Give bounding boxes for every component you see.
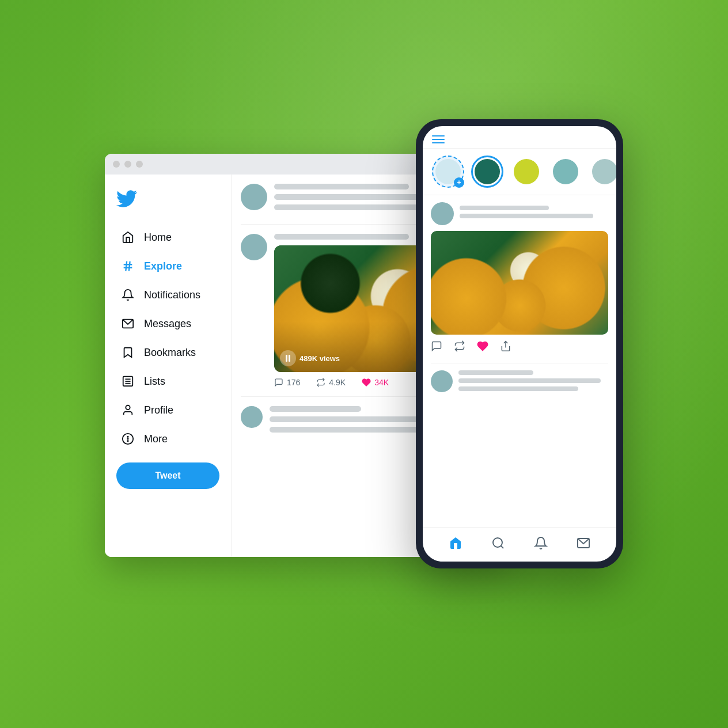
svg-rect-17 [286,355,287,362]
nav-label-explore: Explore [144,260,182,272]
heart-icon [362,378,371,387]
phone-feed [423,195,616,527]
phone-p2-text2 [458,386,578,391]
retweet-count: 4.9K [329,378,346,387]
svg-line-3 [129,261,130,271]
hamburger-line-2 [432,139,445,140]
twitter-bird-icon [116,188,137,209]
story-circle-3[interactable] [549,156,582,188]
phone-bottom-nav [423,527,616,562]
video-views: 489K views [299,354,340,363]
nav-item-profile[interactable]: Profile [109,396,226,424]
comment-action[interactable]: 176 [274,378,300,387]
phone-post-image [431,231,608,335]
story-circle-2[interactable] [510,156,543,188]
phone-screen [423,126,616,562]
story-circle-4[interactable] [589,156,616,188]
nav-label-lists: Lists [144,376,165,388]
hamburger-menu-icon[interactable] [432,135,445,143]
video-overlay: 489K views [280,350,340,366]
phone-comment-icon[interactable] [431,340,442,355]
window-dot-3 [136,161,143,168]
hamburger-line-1 [432,135,445,136]
pause-button[interactable] [280,350,296,366]
hashtag-icon [121,259,135,273]
phone-post2-lines [458,370,608,395]
phone-nav-search[interactable] [491,536,505,553]
nav-item-lists[interactable]: Lists [109,367,226,395]
comment-count: 176 [287,378,300,387]
avatar-1 [241,184,267,210]
avatar-3 [241,406,263,428]
story-inner-2 [514,159,539,184]
like-action[interactable]: 34K [362,378,389,387]
nav-item-more[interactable]: More [109,425,226,453]
window-dot-2 [124,161,131,168]
phone-avatar-2 [431,370,453,392]
story-inner-3 [553,159,578,184]
phone-retweet-icon[interactable] [454,340,465,355]
phone-food-image [431,231,608,335]
add-story-circle[interactable] [432,156,464,188]
phone-p2-text1 [458,378,601,383]
bell-icon [121,288,135,302]
phone-share-icon[interactable] [500,340,511,355]
nav-item-notifications[interactable]: Notifications [109,281,226,309]
avatar-2 [241,234,267,260]
tweet-button[interactable]: Tweet [116,462,219,489]
phone-p2-name [458,370,533,375]
scene: Home Explore [105,119,623,609]
nav-item-messages[interactable]: Messages [109,310,226,338]
phone-stories [423,149,616,195]
phone-avatar-1 [431,202,454,225]
nav-item-home[interactable]: Home [109,223,226,251]
add-story-inner [435,159,461,184]
hamburger-line-3 [432,142,445,143]
phone-nav-bell[interactable] [534,536,548,553]
phone-nav-home[interactable] [449,536,462,553]
nav-item-bookmarks[interactable]: Bookmarks [109,339,226,366]
phone-post-lines [460,206,608,222]
home-icon [121,230,135,244]
nav-label-profile: Profile [144,404,173,416]
svg-point-15 [127,438,128,439]
comment-icon [274,378,283,387]
svg-rect-18 [289,355,290,362]
placeholder-name-2 [274,234,409,240]
svg-point-20 [493,538,502,547]
list-icon [121,374,135,388]
like-count: 34K [374,378,389,387]
twitter-logo [105,184,231,223]
placeholder-name-1 [274,184,409,189]
story-inner-1 [475,159,500,184]
nav-item-explore[interactable]: Explore [109,252,226,280]
retweet-action[interactable]: 4.9K [316,378,346,387]
phone-header [423,126,616,149]
story-inner-4 [592,159,616,184]
sidebar: Home Explore [105,175,232,557]
phone-nav-mail[interactable] [577,536,590,553]
svg-point-16 [127,441,128,441]
svg-line-21 [501,545,503,548]
svg-line-2 [126,261,127,271]
nav-label-bookmarks: Bookmarks [144,347,196,359]
phone-heart-icon[interactable] [477,340,488,355]
phone-post-actions [431,340,608,355]
more-icon [121,432,135,446]
envelope-icon [121,317,135,331]
retweet-icon [316,378,325,387]
svg-point-14 [127,437,128,437]
placeholder-name-3 [270,406,361,412]
phone-placeholder-text [460,214,593,218]
nav-label-more: More [144,433,168,445]
bookmark-icon [121,346,135,359]
nav-label-messages: Messages [144,318,191,330]
phone-post-header [431,202,608,225]
story-circle-1[interactable] [471,156,503,188]
phone-post-2 [431,363,608,395]
nav-label-home: Home [144,232,172,244]
svg-point-9 [126,405,130,410]
mobile-phone [416,119,623,568]
phone-placeholder-name [460,206,549,210]
nav-label-notifications: Notifications [144,289,200,301]
